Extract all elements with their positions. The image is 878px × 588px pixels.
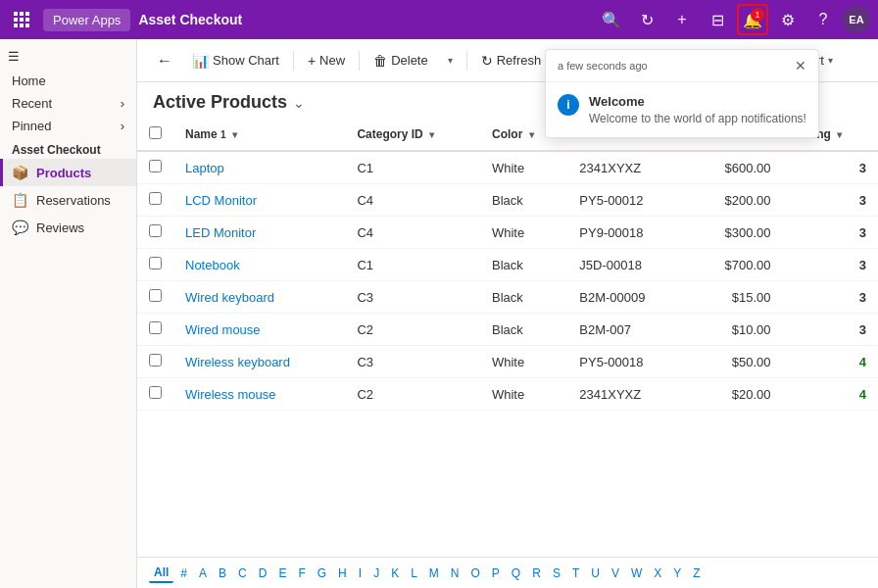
product-link-3[interactable]: Notebook	[185, 258, 240, 272]
alpha-bar: All#ABCDEFGHIJKLMNOPQRSTUVWXYZ	[137, 557, 878, 588]
alpha-item-h[interactable]: H	[333, 564, 352, 582]
home-label: Home	[12, 74, 46, 88]
product-link-1[interactable]: LCD Monitor	[185, 193, 257, 208]
show-chart-button[interactable]: 📊 Show Chart	[184, 48, 287, 74]
col-header-check[interactable]	[137, 119, 173, 151]
svg-rect-7	[20, 24, 24, 27]
divider-1	[293, 51, 294, 71]
row-rating-2: 3	[783, 217, 878, 249]
alpha-item-y[interactable]: Y	[668, 564, 686, 582]
row-rating-1: 3	[783, 184, 878, 217]
sidebar-item-reservations[interactable]: 📋 Reservations	[0, 186, 136, 214]
view-title-chevron[interactable]: ⌄	[293, 95, 305, 111]
sidebar-item-products[interactable]: 📦 Products	[0, 159, 136, 186]
product-link-7[interactable]: Wireless mouse	[185, 387, 275, 402]
products-label: Products	[36, 166, 91, 180]
row-check-6[interactable]	[137, 346, 173, 378]
product-link-4[interactable]: Wired keyboard	[185, 290, 274, 305]
alpha-item-a[interactable]: A	[194, 564, 212, 582]
alpha-item-o[interactable]: O	[466, 564, 485, 582]
row-rating-0: 3	[783, 151, 878, 184]
row-check-3[interactable]	[137, 249, 173, 281]
alpha-item-x[interactable]: X	[649, 564, 666, 582]
settings-button[interactable]: ⚙	[772, 4, 804, 35]
back-button[interactable]: ←	[149, 47, 180, 74]
recent-label: Recent	[12, 96, 52, 111]
notification-info-icon: i	[558, 94, 579, 116]
add-nav-button[interactable]: +	[666, 4, 698, 35]
alpha-item-t[interactable]: T	[567, 564, 584, 582]
sidebar-item-reviews[interactable]: 💬 Reviews	[0, 214, 136, 241]
sidebar-item-home[interactable]: Home	[0, 70, 136, 92]
alpha-item-u[interactable]: U	[586, 564, 605, 582]
row-name-2: LED Monitor	[173, 217, 345, 249]
delete-icon: 🗑	[373, 53, 387, 69]
sidebar-item-recent[interactable]: Recent ›	[0, 92, 136, 115]
table-row: Notebook C1 Black J5D-00018 $700.00 3	[137, 249, 878, 281]
sidebar-collapse-button[interactable]: ☰	[0, 43, 136, 70]
row-check-4[interactable]	[137, 281, 173, 314]
products-icon: 📦	[12, 165, 28, 180]
select-all-checkbox[interactable]	[149, 126, 162, 139]
alpha-item-c[interactable]: C	[233, 564, 252, 582]
svg-rect-2	[25, 12, 29, 16]
row-price-3: $700.00	[689, 249, 782, 281]
row-check-7[interactable]	[137, 378, 173, 411]
product-link-0[interactable]: Laptop	[185, 161, 224, 175]
alpha-item-q[interactable]: Q	[507, 564, 525, 582]
notification-close-button[interactable]: ✕	[795, 58, 806, 74]
alpha-item-p[interactable]: P	[487, 564, 505, 582]
alpha-item-b[interactable]: B	[214, 564, 231, 582]
divider-3	[466, 51, 467, 71]
alpha-item-m[interactable]: M	[424, 564, 444, 582]
alpha-item-v[interactable]: V	[607, 564, 624, 582]
bell-button[interactable]: 🔔 1	[737, 4, 768, 35]
alpha-item-z[interactable]: Z	[688, 564, 705, 582]
table-container: Name 1 ▾ Category ID ▾ Color ▾ Model No.…	[137, 119, 878, 557]
alpha-item-f[interactable]: F	[293, 564, 310, 582]
row-color-0: White	[480, 151, 567, 184]
alpha-item-g[interactable]: G	[313, 564, 331, 582]
filter-nav-button[interactable]: ⊟	[702, 4, 733, 35]
delete-chevron[interactable]: ▾	[440, 50, 461, 71]
help-button[interactable]: ?	[807, 4, 839, 35]
svg-rect-1	[20, 12, 24, 16]
row-model-5: B2M-007	[567, 314, 689, 346]
alpha-item-d[interactable]: D	[254, 564, 272, 582]
product-link-6[interactable]: Wireless keyboard	[185, 355, 290, 369]
col-header-name[interactable]: Name 1 ▾	[173, 119, 345, 151]
sidebar-item-pinned[interactable]: Pinned ›	[0, 115, 136, 137]
alpha-item-w[interactable]: W	[626, 564, 647, 582]
product-link-5[interactable]: Wired mouse	[185, 322, 261, 337]
row-check-2[interactable]	[137, 217, 173, 249]
alpha-item-n[interactable]: N	[446, 564, 464, 582]
row-rating-6: 4	[783, 346, 878, 378]
col-header-category[interactable]: Category ID ▾	[345, 119, 480, 151]
row-name-0: Laptop	[173, 151, 345, 184]
alpha-item-all[interactable]: All	[149, 564, 173, 583]
row-check-5[interactable]	[137, 314, 173, 346]
new-button[interactable]: + New	[300, 48, 353, 74]
avatar[interactable]: EA	[843, 6, 870, 33]
row-model-7: 2341XYXZ	[567, 378, 689, 411]
alpha-item-i[interactable]: I	[354, 564, 366, 582]
hamburger-icon: ☰	[8, 49, 20, 64]
alpha-item-l[interactable]: L	[406, 564, 422, 582]
app-label[interactable]: Power Apps	[43, 9, 130, 31]
alpha-item-s[interactable]: S	[548, 564, 565, 582]
delete-button[interactable]: 🗑 Delete	[366, 48, 436, 74]
product-link-2[interactable]: LED Monitor	[185, 225, 256, 240]
search-button[interactable]: 🔍	[596, 4, 627, 35]
alpha-item-j[interactable]: J	[368, 564, 384, 582]
refresh-button[interactable]: ↻ Refresh	[473, 48, 550, 74]
waffle-icon[interactable]	[8, 6, 35, 33]
alpha-item-k[interactable]: K	[386, 564, 404, 582]
alpha-item-r[interactable]: R	[527, 564, 546, 582]
row-check-1[interactable]	[137, 184, 173, 217]
table-row: LCD Monitor C4 Black PY5-00012 $200.00 3	[137, 184, 878, 217]
alpha-item-e[interactable]: E	[273, 564, 291, 582]
recent-chevron: ›	[121, 96, 124, 111]
alpha-item-#[interactable]: #	[175, 564, 192, 582]
row-check-0[interactable]	[137, 151, 173, 184]
refresh-nav-button[interactable]: ↻	[631, 4, 662, 35]
